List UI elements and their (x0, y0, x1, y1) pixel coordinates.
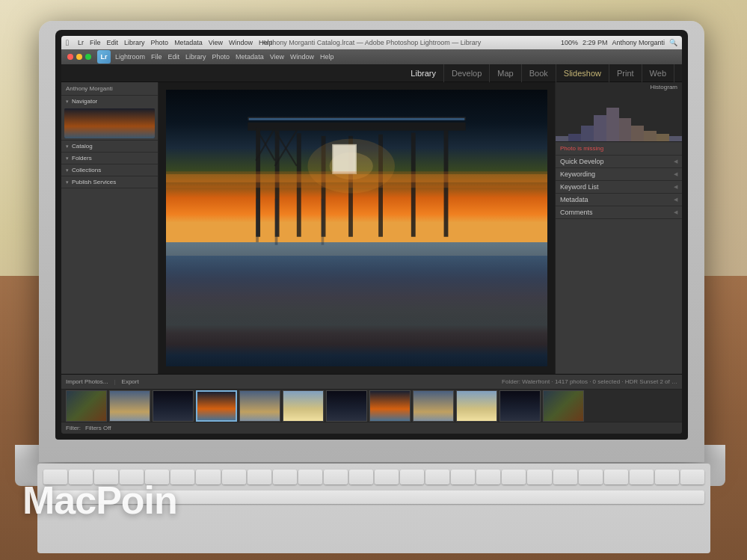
exif-iptc-panel[interactable]: Metadata (556, 194, 682, 206)
quick-develop-panel[interactable]: Quick Develop (556, 156, 682, 168)
film-thumb-2[interactable] (109, 390, 150, 422)
traffic-lights (67, 54, 91, 60)
film-thumb-12[interactable] (543, 390, 584, 422)
module-picker: Library Develop Map Book Slideshow Print… (61, 64, 682, 82)
panel-publish-title[interactable]: Publish Services (61, 176, 158, 188)
module-tab-map[interactable]: Map (490, 64, 521, 82)
film-thumb-7[interactable] (326, 390, 367, 422)
key-f[interactable] (375, 470, 399, 484)
os-menu-metadata[interactable]: Metadata (174, 39, 203, 46)
module-tab-print[interactable]: Print (609, 64, 642, 82)
key-g[interactable] (400, 470, 424, 484)
key-m[interactable] (680, 470, 704, 484)
module-tab-book[interactable]: Book (522, 64, 556, 82)
key-i[interactable] (222, 470, 246, 484)
key-c[interactable] (579, 470, 603, 484)
os-menu-library[interactable]: Library (124, 39, 145, 46)
filter-label: Filter: (66, 425, 81, 431)
film-thumb-1[interactable] (66, 390, 107, 422)
lightroom-app:  Lr File Edit Library Photo Metadata Vi… (61, 36, 682, 434)
key-o[interactable] (248, 470, 271, 484)
filter-value[interactable]: Filters Off (85, 425, 111, 431)
export-button[interactable]: Export (122, 378, 139, 385)
film-thumb-8[interactable] (369, 390, 411, 422)
app-menu-lightroom[interactable]: Lightroom (115, 53, 145, 61)
svg-rect-20 (275, 199, 278, 245)
key-p[interactable] (273, 470, 297, 484)
thumb-inner-2 (110, 391, 150, 421)
key-x[interactable] (553, 470, 577, 484)
key-h[interactable] (425, 470, 449, 484)
os-menu-window[interactable]: Window (229, 39, 253, 46)
close-button[interactable] (67, 54, 73, 60)
minimize-button[interactable] (76, 54, 82, 60)
right-panel: Histogram (555, 82, 682, 374)
module-tab-develop[interactable]: Develop (444, 64, 490, 82)
os-menu-edit[interactable]: Edit (107, 39, 119, 46)
app-titlebar: Lr Lightroom File Edit Library Photo Met… (61, 49, 682, 64)
hist-bar-5 (606, 108, 619, 142)
module-tab-library[interactable]: Library (403, 64, 444, 82)
maximize-button[interactable] (85, 54, 91, 60)
thumb-inner-7 (327, 391, 366, 421)
key-b[interactable] (630, 470, 654, 484)
app-menu-photo[interactable]: Photo (212, 53, 230, 61)
thumb-inner-8 (370, 391, 410, 421)
hist-bar-4 (594, 115, 606, 141)
app-menu-help[interactable]: Help (320, 53, 334, 61)
histogram-bars (556, 89, 682, 141)
module-tab-web[interactable]: Web (642, 64, 674, 82)
comments-panel[interactable]: Comments (556, 206, 682, 219)
keywording-panel[interactable]: Keywording (556, 168, 682, 181)
film-thumb-6[interactable] (283, 390, 324, 422)
key-z[interactable] (527, 470, 551, 484)
panel-collections-title[interactable]: Collections (61, 164, 158, 176)
keyword-list-panel[interactable]: Keyword List (556, 181, 682, 194)
filmstrip-info: Folder: Waterfront · 1417 photos · 0 sel… (502, 378, 677, 385)
os-menu-photo[interactable]: Photo (151, 39, 169, 46)
panel-navigator-title[interactable]: Navigator (61, 96, 158, 107)
module-tab-slideshow[interactable]: Slideshow (556, 64, 609, 82)
os-search-icon[interactable]: 🔍 (669, 39, 677, 46)
app-menu-metadata[interactable]: Metadata (236, 53, 264, 61)
film-thumb-3[interactable] (153, 390, 194, 422)
import-button[interactable]: Import Photos... (66, 378, 108, 385)
os-menu-view[interactable]: View (209, 39, 223, 46)
key-n[interactable] (655, 470, 679, 484)
os-app-name[interactable]: Lr (78, 39, 84, 46)
app-menu-view[interactable]: View (270, 53, 284, 61)
app-menu-window[interactable]: Window (290, 53, 314, 61)
key-l[interactable] (502, 470, 526, 484)
key-j[interactable] (451, 470, 475, 484)
key-k[interactable] (476, 470, 500, 484)
film-thumb-5[interactable] (239, 390, 280, 422)
pier-svg (166, 90, 547, 280)
panel-section-folders: Folders (61, 153, 158, 164)
key-d[interactable] (349, 470, 373, 484)
thumb-inner-10 (457, 391, 497, 421)
os-menu-file[interactable]: File (90, 39, 101, 46)
app-menu-edit[interactable]: Edit (168, 53, 180, 61)
film-thumb-10[interactable] (456, 390, 497, 422)
key-s[interactable] (324, 470, 348, 484)
panel-catalog-title[interactable]: Catalog (61, 141, 158, 152)
key-a[interactable] (298, 470, 322, 484)
hist-bar-1 (556, 136, 568, 141)
film-thumb-11[interactable] (499, 390, 541, 422)
apple-menu-icon[interactable]:  (66, 38, 69, 47)
panel-folders-title[interactable]: Folders (61, 153, 158, 164)
module-tabs: Library Develop Map Book Slideshow Print… (403, 64, 674, 82)
key-u[interactable] (196, 470, 220, 484)
film-thumb-9[interactable] (413, 390, 454, 422)
app-menu-library[interactable]: Library (185, 53, 206, 61)
panel-section-publish: Publish Services (61, 176, 158, 188)
left-panel: Anthony Morganti Navigator Catalog (61, 82, 159, 374)
lr-logo: Lr (97, 50, 111, 64)
app-menu-file[interactable]: File (151, 53, 162, 61)
screen-content:  Lr File Edit Library Photo Metadata Vi… (61, 36, 682, 434)
thumb-inner-9 (414, 391, 453, 421)
hist-bar-8 (644, 131, 657, 141)
filter-bar: Filter: Filters Off (61, 422, 682, 434)
film-thumb-4-active[interactable] (196, 390, 237, 422)
key-v[interactable] (604, 470, 628, 484)
